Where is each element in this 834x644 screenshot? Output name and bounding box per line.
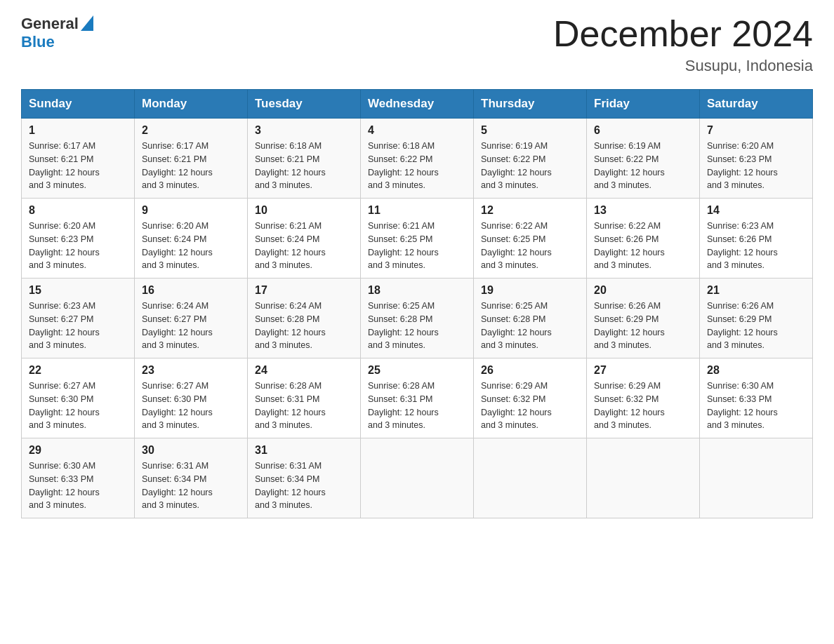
sunrise-label: Sunrise: 6:17 AM	[142, 141, 208, 151]
cell-info: Sunrise: 6:31 AM Sunset: 6:34 PM Dayligh…	[255, 459, 353, 512]
sunset-label: Sunset: 6:22 PM	[368, 154, 432, 164]
logo-triangle-icon	[81, 15, 93, 34]
cell-info: Sunrise: 6:31 AM Sunset: 6:34 PM Dayligh…	[142, 459, 240, 512]
day-number: 9	[142, 204, 240, 217]
cell-info: Sunrise: 6:24 AM Sunset: 6:27 PM Dayligh…	[142, 300, 240, 352]
sunset-label: Sunset: 6:22 PM	[594, 154, 658, 164]
daylight-minutes: and 3 minutes.	[29, 180, 86, 190]
calendar-cell: 10 Sunrise: 6:21 AM Sunset: 6:24 PM Dayl…	[248, 199, 361, 279]
cell-info: Sunrise: 6:21 AM Sunset: 6:25 PM Dayligh…	[368, 220, 466, 272]
cell-info: Sunrise: 6:23 AM Sunset: 6:26 PM Dayligh…	[707, 220, 805, 272]
sunset-label: Sunset: 6:25 PM	[368, 234, 432, 244]
daylight-label: Daylight: 12 hours	[255, 488, 326, 497]
cell-info: Sunrise: 6:18 AM Sunset: 6:22 PM Dayligh…	[368, 140, 466, 192]
daylight-label: Daylight: 12 hours	[255, 408, 326, 417]
daylight-minutes: and 3 minutes.	[707, 340, 764, 350]
calendar-cell: 15 Sunrise: 6:23 AM Sunset: 6:27 PM Dayl…	[22, 279, 135, 358]
sunset-label: Sunset: 6:31 PM	[368, 394, 432, 404]
day-number: 10	[255, 204, 353, 217]
cell-info: Sunrise: 6:17 AM Sunset: 6:21 PM Dayligh…	[142, 140, 240, 192]
daylight-label: Daylight: 12 hours	[481, 408, 552, 417]
daylight-label: Daylight: 12 hours	[142, 408, 213, 417]
sunset-label: Sunset: 6:29 PM	[707, 314, 772, 324]
day-number: 11	[368, 204, 466, 217]
logo: General Blue	[21, 14, 93, 51]
calendar-week-row: 15 Sunrise: 6:23 AM Sunset: 6:27 PM Dayl…	[22, 279, 813, 358]
cell-info: Sunrise: 6:28 AM Sunset: 6:31 PM Dayligh…	[368, 380, 466, 432]
sunrise-label: Sunrise: 6:22 AM	[594, 221, 661, 231]
calendar-cell: 26 Sunrise: 6:29 AM Sunset: 6:32 PM Dayl…	[474, 358, 587, 438]
day-number: 30	[142, 444, 240, 457]
sunrise-label: Sunrise: 6:31 AM	[255, 461, 322, 471]
cell-info: Sunrise: 6:28 AM Sunset: 6:31 PM Dayligh…	[255, 380, 353, 432]
sunrise-label: Sunrise: 6:26 AM	[707, 301, 774, 311]
cell-info: Sunrise: 6:20 AM Sunset: 6:23 PM Dayligh…	[707, 140, 805, 192]
calendar-cell: 20 Sunrise: 6:26 AM Sunset: 6:29 PM Dayl…	[587, 279, 700, 358]
calendar-cell: 19 Sunrise: 6:25 AM Sunset: 6:28 PM Dayl…	[474, 279, 587, 358]
daylight-minutes: and 3 minutes.	[29, 260, 86, 270]
header-day-friday: Friday	[587, 90, 700, 119]
calendar-header-row: SundayMondayTuesdayWednesdayThursdayFrid…	[22, 90, 813, 119]
calendar-cell: 8 Sunrise: 6:20 AM Sunset: 6:23 PM Dayli…	[22, 199, 135, 279]
sunrise-label: Sunrise: 6:23 AM	[29, 301, 95, 311]
sunset-label: Sunset: 6:31 PM	[255, 394, 319, 404]
calendar-header: SundayMondayTuesdayWednesdayThursdayFrid…	[22, 90, 813, 119]
cell-info: Sunrise: 6:24 AM Sunset: 6:28 PM Dayligh…	[255, 300, 353, 352]
daylight-label: Daylight: 12 hours	[142, 168, 213, 177]
calendar-title-area: December 2024 Susupu, Indonesia	[553, 14, 813, 75]
daylight-label: Daylight: 12 hours	[707, 248, 778, 257]
daylight-minutes: and 3 minutes.	[481, 340, 538, 350]
daylight-minutes: and 3 minutes.	[142, 500, 199, 510]
daylight-label: Daylight: 12 hours	[594, 248, 665, 257]
calendar-cell: 27 Sunrise: 6:29 AM Sunset: 6:32 PM Dayl…	[587, 358, 700, 438]
sunrise-label: Sunrise: 6:28 AM	[255, 381, 322, 391]
day-number: 12	[481, 204, 579, 217]
sunrise-label: Sunrise: 6:25 AM	[481, 301, 548, 311]
daylight-label: Daylight: 12 hours	[368, 328, 439, 337]
cell-info: Sunrise: 6:20 AM Sunset: 6:24 PM Dayligh…	[142, 220, 240, 272]
calendar-cell: 31 Sunrise: 6:31 AM Sunset: 6:34 PM Dayl…	[248, 438, 361, 518]
daylight-minutes: and 3 minutes.	[707, 420, 764, 430]
sunset-label: Sunset: 6:21 PM	[29, 154, 93, 164]
calendar-cell	[361, 438, 474, 518]
sunset-label: Sunset: 6:30 PM	[142, 394, 206, 404]
cell-info: Sunrise: 6:27 AM Sunset: 6:30 PM Dayligh…	[29, 380, 127, 432]
sunset-label: Sunset: 6:27 PM	[142, 314, 206, 324]
daylight-minutes: and 3 minutes.	[594, 260, 651, 270]
sunrise-label: Sunrise: 6:21 AM	[368, 221, 435, 231]
day-number: 19	[481, 284, 579, 297]
day-number: 7	[707, 124, 805, 137]
sunset-label: Sunset: 6:24 PM	[255, 234, 319, 244]
daylight-label: Daylight: 12 hours	[707, 408, 778, 417]
sunrise-label: Sunrise: 6:24 AM	[255, 301, 322, 311]
calendar-cell: 14 Sunrise: 6:23 AM Sunset: 6:26 PM Dayl…	[700, 199, 813, 279]
calendar-cell: 3 Sunrise: 6:18 AM Sunset: 6:21 PM Dayli…	[248, 119, 361, 199]
daylight-label: Daylight: 12 hours	[594, 408, 665, 417]
daylight-label: Daylight: 12 hours	[481, 248, 552, 257]
cell-info: Sunrise: 6:29 AM Sunset: 6:32 PM Dayligh…	[481, 380, 579, 432]
daylight-minutes: and 3 minutes.	[707, 260, 764, 270]
sunset-label: Sunset: 6:28 PM	[481, 314, 545, 324]
sunrise-label: Sunrise: 6:20 AM	[707, 141, 774, 151]
sunrise-label: Sunrise: 6:20 AM	[142, 221, 208, 231]
calendar-cell: 6 Sunrise: 6:19 AM Sunset: 6:22 PM Dayli…	[587, 119, 700, 199]
day-number: 21	[707, 284, 805, 297]
daylight-minutes: and 3 minutes.	[707, 180, 764, 190]
sunrise-label: Sunrise: 6:19 AM	[594, 141, 661, 151]
sunrise-label: Sunrise: 6:29 AM	[594, 381, 661, 391]
cell-info: Sunrise: 6:19 AM Sunset: 6:22 PM Dayligh…	[481, 140, 579, 192]
daylight-label: Daylight: 12 hours	[255, 248, 326, 257]
header-day-sunday: Sunday	[22, 90, 135, 119]
sunset-label: Sunset: 6:21 PM	[142, 154, 206, 164]
sunrise-label: Sunrise: 6:19 AM	[481, 141, 548, 151]
calendar-cell	[700, 438, 813, 518]
calendar-week-row: 22 Sunrise: 6:27 AM Sunset: 6:30 PM Dayl…	[22, 358, 813, 438]
sunset-label: Sunset: 6:32 PM	[594, 394, 658, 404]
day-number: 28	[707, 364, 805, 377]
day-number: 31	[255, 444, 353, 457]
day-number: 23	[142, 364, 240, 377]
calendar-cell: 29 Sunrise: 6:30 AM Sunset: 6:33 PM Dayl…	[22, 438, 135, 518]
calendar-cell: 18 Sunrise: 6:25 AM Sunset: 6:28 PM Dayl…	[361, 279, 474, 358]
svg-marker-0	[81, 15, 93, 31]
daylight-label: Daylight: 12 hours	[255, 168, 326, 177]
